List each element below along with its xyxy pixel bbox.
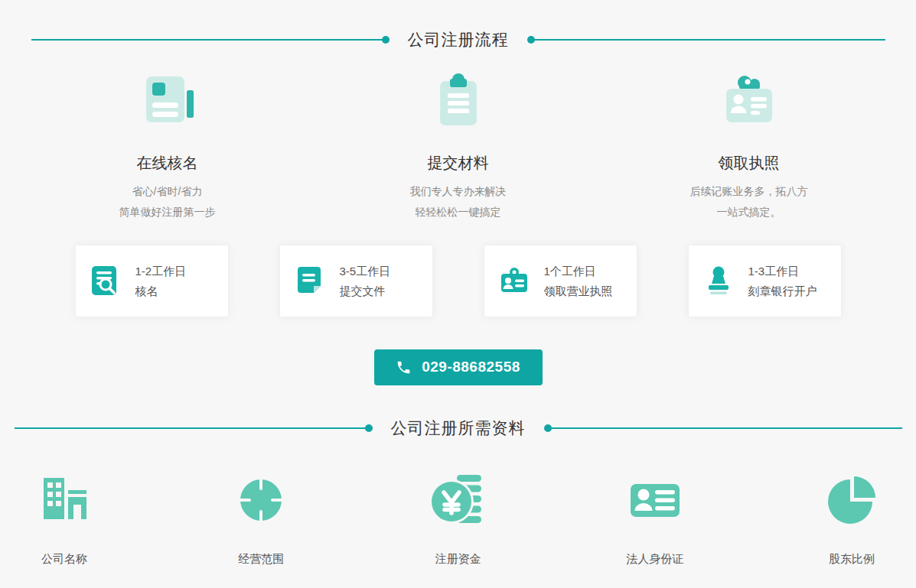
card-label: 提交文件 — [340, 285, 391, 297]
step-title: 提交材料 — [428, 153, 489, 174]
phone-icon — [396, 359, 412, 375]
step-title: 在线核名 — [137, 153, 198, 174]
business-scope-icon — [233, 465, 288, 535]
materials-list: 公司名称 经营范围 — [17, 465, 899, 567]
card-submit-file: 3-5工作日 提交文件 — [279, 245, 433, 317]
material-shareholder-ratio: 股东比例 — [804, 465, 899, 567]
timeline-cards: 1-2工作日 核名 3-5工作日 提交文件 — [0, 245, 916, 317]
material-label: 股东比例 — [829, 552, 875, 567]
company-building-icon — [37, 465, 92, 535]
name-check-icon — [89, 264, 122, 297]
divider-dot — [544, 424, 552, 432]
card-duration: 1-3工作日 — [748, 265, 817, 277]
card-label: 刻章银行开户 — [748, 285, 817, 297]
divider-dot — [365, 424, 373, 432]
material-label: 法人身份证 — [626, 552, 683, 567]
document-verify-icon — [139, 72, 197, 139]
divider-line-left — [31, 39, 388, 41]
step-online-name-check: 在线核名 省心/省时/省力 简单做好注册第一步 — [22, 72, 313, 223]
id-card-icon — [628, 465, 683, 535]
stamp-icon — [702, 264, 735, 297]
step-submit-materials: 提交材料 我们专人专办来解决 轻轻松松一键搞定 — [313, 72, 604, 223]
step-receive-license: 领取执照 后续记账业务多，拓八方 一站式搞定。 — [604, 72, 895, 223]
card-name-check: 1-2工作日 核名 — [75, 245, 229, 317]
material-company-name: 公司名称 — [17, 465, 112, 567]
material-label: 公司名称 — [41, 552, 87, 567]
shareholder-pie-icon — [824, 465, 879, 535]
registration-steps: 在线核名 省心/省时/省力 简单做好注册第一步 提交材料 我们专人专办来解决 轻… — [22, 72, 895, 223]
flow-section-title: 公司注册流程 — [408, 29, 509, 50]
material-business-scope: 经营范围 — [214, 465, 308, 567]
divider-line-left — [15, 427, 371, 429]
clipboard-icon — [429, 72, 487, 139]
materials-section-title: 公司注册所需资料 — [391, 417, 526, 439]
card-label: 领取营业执照 — [544, 285, 613, 297]
divider-line-right — [529, 39, 885, 41]
materials-section-header: 公司注册所需资料 — [0, 417, 916, 439]
material-label: 注册资金 — [435, 552, 481, 567]
step-description: 后续记账业务多，拓八方 一站式搞定。 — [690, 181, 808, 223]
divider-dot — [382, 36, 390, 44]
step-description: 省心/省时/省力 简单做好注册第一步 — [119, 181, 216, 223]
flow-section-header: 公司注册流程 — [0, 0, 916, 50]
step-description: 我们专人专办来解决 轻轻松松一键搞定 — [410, 181, 507, 223]
license-card-icon — [720, 72, 778, 139]
card-duration: 3-5工作日 — [340, 265, 391, 277]
registered-capital-icon — [431, 465, 486, 535]
card-business-license: 1个工作日 领取营业执照 — [484, 245, 637, 317]
divider-dot — [527, 36, 535, 44]
phone-number: 029-88682558 — [422, 359, 520, 375]
material-legal-person-id: 法人身份证 — [608, 465, 702, 567]
material-registered-capital: 注册资金 — [411, 465, 506, 567]
card-duration: 1个工作日 — [544, 265, 613, 277]
divider-line-right — [546, 427, 902, 429]
card-label: 核名 — [135, 285, 187, 297]
material-label: 经营范围 — [238, 552, 284, 567]
step-title: 领取执照 — [719, 153, 780, 174]
business-license-icon — [497, 264, 531, 297]
card-duration: 1-2工作日 — [135, 265, 187, 277]
submit-file-icon — [293, 264, 327, 297]
phone-call-button[interactable]: 029-88682558 — [374, 349, 543, 385]
card-stamp-bank: 1-3工作日 刻章银行开户 — [688, 245, 842, 317]
